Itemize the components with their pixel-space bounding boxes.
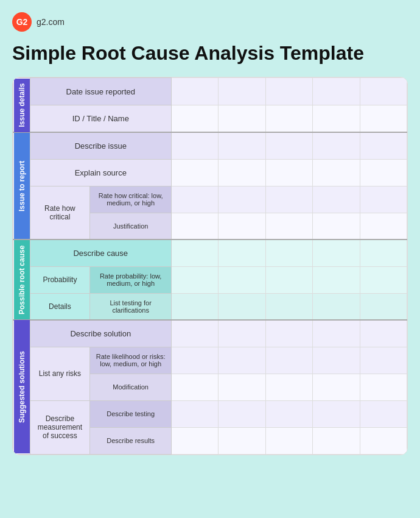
data-cell[interactable]: [219, 266, 265, 293]
data-cell[interactable]: [172, 132, 219, 159]
table-row: Probability Rate probability: low, mediu…: [13, 266, 407, 293]
data-cell[interactable]: [360, 293, 407, 320]
sub-field-rate-probability: Rate probability: low, medium, or high: [90, 266, 172, 293]
data-cell[interactable]: [313, 159, 360, 186]
data-cell[interactable]: [219, 239, 265, 266]
data-cell[interactable]: [360, 266, 407, 293]
data-cell[interactable]: [265, 293, 312, 320]
data-cell[interactable]: [313, 105, 360, 133]
data-cell[interactable]: [360, 347, 407, 374]
data-cell[interactable]: [313, 427, 360, 454]
field-describe-cause: Describe cause: [30, 239, 172, 266]
field-explain-source: Explain source: [30, 159, 172, 186]
table-row: Possible root cause Describe cause: [13, 239, 407, 266]
data-cell[interactable]: [313, 186, 360, 213]
data-cell[interactable]: [313, 132, 360, 159]
data-cell[interactable]: [219, 105, 265, 133]
data-cell[interactable]: [172, 239, 219, 266]
data-cell[interactable]: [219, 347, 265, 374]
section-label-issue-details: Issue details: [13, 78, 30, 133]
data-cell[interactable]: [265, 347, 312, 374]
row-label-details: Details: [30, 293, 90, 320]
data-cell[interactable]: [313, 347, 360, 374]
field-describe-issue: Describe issue: [30, 132, 172, 159]
data-cell[interactable]: [360, 213, 407, 239]
g2-logo-text: G2: [16, 17, 28, 27]
data-cell[interactable]: [313, 78, 360, 105]
data-cell[interactable]: [265, 159, 312, 186]
data-cell[interactable]: [219, 213, 265, 239]
data-cell[interactable]: [360, 186, 407, 213]
sub-field-rate-likelihood: Rate likelihood or risks: low, medium, o…: [90, 347, 172, 374]
data-cell[interactable]: [219, 427, 265, 454]
data-cell[interactable]: [360, 78, 407, 105]
row-label-list-risks: List any risks: [30, 347, 90, 400]
data-cell[interactable]: [219, 374, 265, 400]
data-cell[interactable]: [313, 266, 360, 293]
data-cell[interactable]: [219, 159, 265, 186]
analysis-table: Issue details Date issue reported ID / T…: [13, 77, 407, 455]
data-cell[interactable]: [360, 320, 407, 347]
sub-field-list-testing: List testing for clarifications: [90, 293, 172, 320]
data-cell[interactable]: [219, 320, 265, 347]
data-cell[interactable]: [172, 159, 219, 186]
field-describe-solution: Describe solution: [30, 320, 172, 347]
table-row: Explain source: [13, 159, 407, 186]
field-id-title-name: ID / Title / Name: [30, 105, 172, 133]
data-cell[interactable]: [172, 78, 219, 105]
data-cell[interactable]: [219, 132, 265, 159]
row-label-rate-critical: Rate how critical: [30, 186, 90, 239]
sub-field-rate-critical-level: Rate how critical: low, medium, or high: [90, 186, 172, 213]
data-cell[interactable]: [172, 400, 219, 427]
data-cell[interactable]: [265, 132, 312, 159]
data-cell[interactable]: [172, 427, 219, 454]
domain-text: g2.com: [37, 17, 65, 27]
analysis-table-container: Issue details Date issue reported ID / T…: [12, 77, 408, 455]
data-cell[interactable]: [360, 239, 407, 266]
data-cell[interactable]: [219, 78, 265, 105]
data-cell[interactable]: [265, 320, 312, 347]
data-cell[interactable]: [265, 239, 312, 266]
data-cell[interactable]: [360, 374, 407, 400]
data-cell[interactable]: [172, 293, 219, 320]
page-title: Simple Root Cause Analysis Template: [12, 41, 408, 65]
data-cell[interactable]: [360, 400, 407, 427]
data-cell[interactable]: [172, 266, 219, 293]
data-cell[interactable]: [313, 320, 360, 347]
data-cell[interactable]: [313, 213, 360, 239]
data-cell[interactable]: [265, 266, 312, 293]
data-cell[interactable]: [265, 374, 312, 400]
data-cell[interactable]: [265, 78, 312, 105]
table-row: List any risks Rate likelihood or risks:…: [13, 347, 407, 374]
section-label-issue-to-report: Issue to report: [13, 132, 30, 239]
data-cell[interactable]: [172, 186, 219, 213]
field-date-issue-reported: Date issue reported: [30, 78, 172, 105]
data-cell[interactable]: [360, 105, 407, 133]
section-label-solutions: Suggested solutions: [13, 320, 30, 454]
sub-field-justification: Justification: [90, 213, 172, 239]
data-cell[interactable]: [360, 159, 407, 186]
data-cell[interactable]: [172, 374, 219, 400]
data-cell[interactable]: [265, 213, 312, 239]
table-row: Describe measurement of success Describe…: [13, 400, 407, 427]
data-cell[interactable]: [360, 132, 407, 159]
data-cell[interactable]: [313, 293, 360, 320]
data-cell[interactable]: [313, 400, 360, 427]
table-row: Rate how critical Rate how critical: low…: [13, 186, 407, 213]
data-cell[interactable]: [219, 186, 265, 213]
data-cell[interactable]: [313, 374, 360, 400]
data-cell[interactable]: [172, 213, 219, 239]
data-cell[interactable]: [172, 347, 219, 374]
data-cell[interactable]: [265, 186, 312, 213]
data-cell[interactable]: [172, 320, 219, 347]
row-label-describe-measurement: Describe measurement of success: [30, 400, 90, 454]
data-cell[interactable]: [219, 293, 265, 320]
data-cell[interactable]: [313, 239, 360, 266]
data-cell[interactable]: [219, 400, 265, 427]
data-cell[interactable]: [265, 105, 312, 133]
root-cause-section: Possible root cause Describe cause Proba…: [13, 239, 407, 320]
data-cell[interactable]: [172, 105, 219, 133]
data-cell[interactable]: [265, 427, 312, 454]
data-cell[interactable]: [360, 427, 407, 454]
data-cell[interactable]: [265, 400, 312, 427]
